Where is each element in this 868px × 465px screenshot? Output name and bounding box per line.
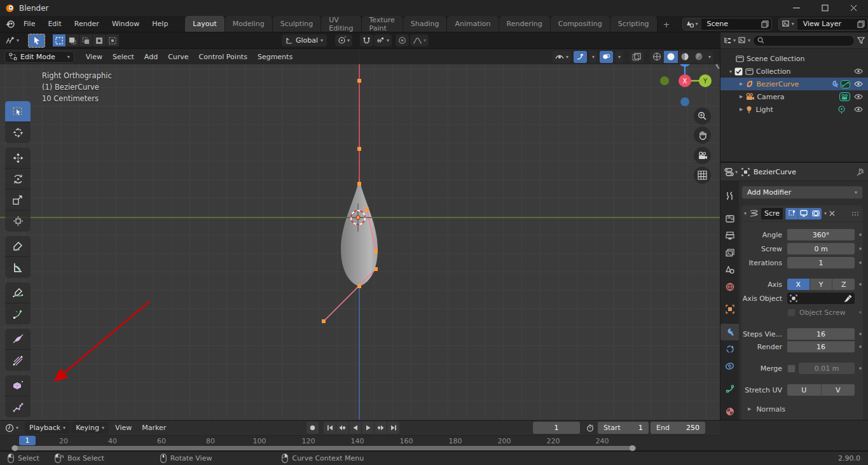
filter-icon[interactable] <box>857 37 865 44</box>
select-mode-intersect[interactable] <box>106 34 120 46</box>
tab-view-layer[interactable] <box>720 244 739 261</box>
hide-toggle-eye-icon[interactable] <box>854 106 863 113</box>
gizmos-dropdown[interactable]: ▾ <box>589 51 597 63</box>
current-frame-marker[interactable]: 1 <box>19 436 36 445</box>
tab-sculpting[interactable]: Sculpting <box>273 16 321 32</box>
prev-keyframe-button[interactable] <box>336 422 348 434</box>
tab-rendering[interactable]: Rendering <box>499 16 551 32</box>
zoom-button[interactable] <box>694 108 711 125</box>
animate-dot[interactable] <box>859 333 862 335</box>
tab-layout[interactable]: Layout <box>185 16 224 32</box>
object-screw-checkbox[interactable] <box>787 309 796 317</box>
stretch-u-button[interactable]: U <box>787 384 822 396</box>
tool-randomize[interactable] <box>5 350 31 371</box>
animate-dot[interactable] <box>859 233 862 236</box>
viewport-menu-select[interactable]: Select <box>107 50 139 64</box>
animate-dot[interactable] <box>859 345 862 348</box>
viewport-menu-curve[interactable]: Curve <box>163 50 193 64</box>
viewport-menu-control-points[interactable]: Control Points <box>194 50 252 64</box>
menu-window[interactable]: Window <box>106 17 145 31</box>
tab-output[interactable] <box>720 227 739 244</box>
axis-object-field[interactable] <box>787 293 855 304</box>
view-layer-icon[interactable]: ▾ <box>779 18 798 30</box>
tab-material[interactable] <box>720 403 739 420</box>
tab-object[interactable] <box>720 301 739 318</box>
axis-y-button[interactable]: Y <box>810 279 833 290</box>
transform-orientation-dropdown[interactable]: Global ▾ <box>282 34 327 46</box>
animate-dot[interactable] <box>859 367 862 370</box>
timeline-menu-view[interactable]: View <box>110 421 137 434</box>
frame-start-field[interactable]: Start 1 <box>598 422 649 434</box>
pan-button[interactable] <box>694 127 711 144</box>
tool-draw[interactable] <box>5 282 31 303</box>
shading-rendered[interactable] <box>692 51 706 63</box>
outliner-row-scene-collection[interactable]: Scene Collection <box>720 52 868 65</box>
screw-field[interactable]: 0 m <box>787 243 855 254</box>
menu-render[interactable]: Render <box>69 17 105 31</box>
disclosure-triangle-icon[interactable]: ▶ <box>740 107 743 112</box>
hide-toggle-eye-icon[interactable] <box>854 94 863 100</box>
xray-toggle[interactable] <box>630 51 644 63</box>
timeline-menu-marker[interactable]: Marker <box>137 421 171 434</box>
tool-tilt[interactable] <box>5 329 31 350</box>
overlays-dropdown[interactable]: ▾ <box>616 51 623 63</box>
merge-checkbox[interactable] <box>787 364 796 373</box>
tab-render[interactable] <box>720 211 739 228</box>
viewport-3d[interactable]: Z X Y ❮ ▾ Global ▾ ▾ <box>0 32 720 420</box>
gizmos-toggle[interactable] <box>574 51 587 63</box>
editor-type-viewport[interactable]: ▾ <box>5 36 19 45</box>
camera-view-button[interactable] <box>694 147 711 164</box>
tab-compositing[interactable]: Compositing <box>551 16 610 32</box>
shading-solid[interactable] <box>664 51 678 63</box>
proportional-falloff-dropdown[interactable]: ▾ <box>410 34 429 46</box>
select-mode-extend[interactable] <box>66 34 79 46</box>
disclosure-triangle-icon[interactable]: ▶ <box>740 94 743 99</box>
add-modifier-dropdown[interactable]: Add Modifier ▾ <box>741 186 863 199</box>
jump-to-start-button[interactable] <box>324 422 336 434</box>
tool-measure[interactable] <box>5 257 31 278</box>
axis-x-button[interactable]: X <box>787 279 810 290</box>
tool-move[interactable] <box>5 148 31 169</box>
viewport-menu-view[interactable]: View <box>81 50 107 64</box>
tab-object-data[interactable] <box>720 380 739 398</box>
next-keyframe-button[interactable] <box>375 422 387 434</box>
outliner-row-camera[interactable]: ▶ Camera <box>720 90 868 103</box>
editor-type-outliner[interactable]: ▾ <box>724 37 736 45</box>
viewport-menu-segments[interactable]: Segments <box>252 50 298 64</box>
unlink-scene-icon[interactable] <box>771 21 772 27</box>
hide-toggle-eye-icon[interactable] <box>854 81 863 87</box>
tool-scale[interactable] <box>5 190 31 211</box>
select-mode-subtract[interactable] <box>79 34 93 46</box>
active-tool-select-box[interactable] <box>28 34 45 48</box>
tool-extrude[interactable] <box>5 375 31 396</box>
display-in-editmode-toggle[interactable] <box>785 208 797 219</box>
outliner-row-light[interactable]: ▶ Light <box>720 103 868 116</box>
outliner-row-beziercurve[interactable]: ▶ BezierCurve <box>720 78 868 90</box>
keying-dropdown[interactable]: Keying▾ <box>71 422 109 434</box>
pin-icon[interactable] <box>857 168 864 176</box>
tool-annotate[interactable] <box>5 236 31 257</box>
object-visibility-dropdown[interactable]: ▾ <box>553 51 571 63</box>
tab-tool[interactable] <box>720 188 739 205</box>
add-workspace-button[interactable]: + <box>658 17 676 32</box>
view-layer-name[interactable]: View Layer <box>798 20 854 28</box>
disclosure-triangle-icon[interactable]: ▾ <box>729 69 732 74</box>
scrollbar-right-knob[interactable] <box>630 445 635 451</box>
eyedropper-icon[interactable] <box>844 295 852 302</box>
animate-dot[interactable] <box>859 283 862 286</box>
tab-animation[interactable]: Animation <box>447 16 499 32</box>
animate-dot[interactable] <box>859 261 862 264</box>
scrollbar-left-knob[interactable] <box>12 445 18 451</box>
editor-type-timeline[interactable]: ▾ <box>5 424 18 433</box>
tab-modifiers[interactable] <box>720 324 739 341</box>
tab-scripting[interactable]: Scripting <box>610 16 658 32</box>
camera-data-icon[interactable] <box>839 92 850 101</box>
timeline-ruler[interactable]: 20 40 60 80 100 120 140 160 180 200 220 … <box>0 436 720 446</box>
tab-world[interactable] <box>720 278 739 295</box>
checkbox-checked[interactable] <box>734 67 743 76</box>
shading-dropdown[interactable]: ▾ <box>706 51 713 63</box>
outliner-display-mode[interactable]: ▾ <box>738 37 750 45</box>
normals-subpanel[interactable]: ▶ Normals <box>741 403 862 415</box>
delete-modifier-icon[interactable] <box>829 211 835 216</box>
outliner-row-collection[interactable]: ▾ Collection <box>720 65 868 78</box>
